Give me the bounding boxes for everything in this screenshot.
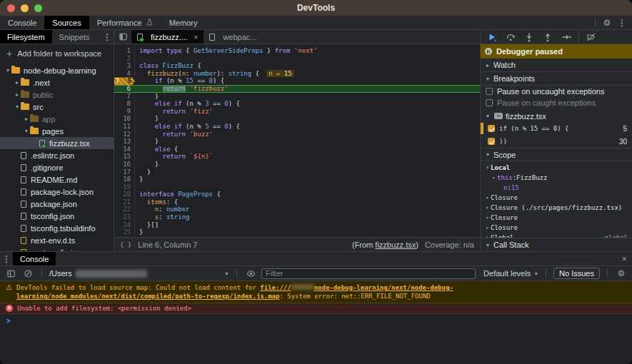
line-number[interactable]: 18 xyxy=(114,176,135,183)
tab-sources[interactable]: Sources xyxy=(44,16,89,29)
file-tree-item[interactable]: next-env.d.ts xyxy=(0,234,114,246)
zoom-window-button[interactable] xyxy=(34,4,42,12)
hide-navigator-icon[interactable] xyxy=(114,30,131,44)
tab-console[interactable]: Console xyxy=(0,16,44,29)
scope-row[interactable]: ▸Closure xyxy=(481,213,632,223)
file-tree-item[interactable]: ▾pages xyxy=(0,125,114,137)
source-map-link[interactable]: file:/// xyxy=(260,284,291,291)
file-tree-item[interactable]: fizzbuzz.tsx xyxy=(0,137,114,149)
code-editor[interactable]: 1import type { GetServerSideProps } from… xyxy=(114,44,480,237)
scope-row[interactable]: ▸Closure (./src/pages/fizzbuzz.tsx) xyxy=(481,203,632,213)
scope-row[interactable]: ▸Closure xyxy=(481,193,632,203)
scope-section-header[interactable]: ▾ Scope xyxy=(481,148,632,161)
breakpoint-checkbox[interactable] xyxy=(488,138,495,145)
scope-row[interactable]: ▾Local xyxy=(481,163,632,173)
tab-filesystem[interactable]: Filesystem xyxy=(0,30,52,44)
tab-console-drawer[interactable]: Console xyxy=(13,252,56,266)
line-number[interactable]: 17 xyxy=(114,168,135,176)
tab-performance[interactable]: Performance xyxy=(89,16,161,29)
line-number[interactable]: 10 xyxy=(114,115,135,123)
file-tree-item[interactable]: ▾src xyxy=(0,101,114,113)
filter-input[interactable] xyxy=(261,268,476,279)
file-tree-item[interactable]: next.config.js xyxy=(0,246,114,251)
source-file-link[interactable]: fizzbuzz.tsx xyxy=(375,241,416,249)
scope-row[interactable]: n: 15 xyxy=(481,183,632,193)
issues-counter-button[interactable]: No Issues xyxy=(553,268,600,279)
breakpoint-entry[interactable]: if (n % 15 == 0) {5 xyxy=(481,122,632,135)
step-into-icon[interactable] xyxy=(520,31,538,44)
line-number[interactable]: 7 xyxy=(114,93,135,101)
line-number[interactable]: 6 xyxy=(114,85,135,93)
line-number[interactable]: 2 xyxy=(114,55,135,63)
pause-uncaught-checkbox[interactable] xyxy=(486,88,493,95)
line-number[interactable]: 14 xyxy=(114,146,135,153)
line-number[interactable]: 4 xyxy=(114,70,135,78)
file-tree-item[interactable]: .gitignore xyxy=(0,161,114,173)
source-map-link[interactable]: compiled/path-to-regexp/index.js.map xyxy=(140,293,279,300)
clear-console-icon[interactable] xyxy=(21,268,34,279)
log-levels-dropdown[interactable]: Default levels ▼ xyxy=(483,269,538,278)
tab-memory[interactable]: Memory xyxy=(161,16,206,29)
step-icon[interactable] xyxy=(557,31,576,44)
deactivate-breakpoints-icon[interactable] xyxy=(582,31,601,44)
line-number[interactable]: 13 xyxy=(114,138,135,146)
scope-row[interactable]: ▸Closure xyxy=(481,223,632,233)
watch-section-header[interactable]: ▸ Watch xyxy=(481,59,632,72)
create-live-expression-eye-icon[interactable] xyxy=(244,268,257,279)
line-number[interactable]: 22 xyxy=(114,206,135,213)
line-number[interactable]: 15 xyxy=(114,153,135,161)
editor-tab[interactable]: webpac... xyxy=(204,30,262,44)
line-number[interactable]: 16 xyxy=(114,161,135,168)
console-prompt[interactable]: > xyxy=(0,314,632,328)
breakpoints-section-header[interactable]: ▾ Breakpoints xyxy=(481,72,632,86)
drawer-more-icon[interactable]: ⋮ xyxy=(0,253,13,265)
file-tree-item[interactable]: .eslintrc.json xyxy=(0,149,114,161)
pretty-print-icon[interactable]: { } xyxy=(120,241,131,248)
line-number[interactable]: 24 xyxy=(114,221,135,229)
more-options-icon[interactable]: ⋮ xyxy=(616,17,628,29)
step-over-icon[interactable] xyxy=(501,31,520,44)
step-out-icon[interactable] xyxy=(538,31,557,44)
file-tree-item[interactable]: tsconfig.tsbuildinfo xyxy=(0,222,114,234)
breakpoint-entry[interactable]: ))30 xyxy=(481,135,632,148)
close-drawer-icon[interactable]: × xyxy=(621,253,632,264)
console-sidebar-icon[interactable] xyxy=(4,268,17,279)
call-stack-section-header[interactable]: ▾ Call Stack xyxy=(481,238,632,251)
file-tree-item[interactable]: README.md xyxy=(0,173,114,186)
breakpoint-checkbox[interactable] xyxy=(488,125,495,132)
file-tree-item[interactable]: ▾node-debug-learning xyxy=(0,64,114,76)
line-number[interactable]: 20 xyxy=(114,191,135,198)
file-tree-item[interactable]: ▸public xyxy=(0,89,114,101)
line-number[interactable]: 1 xyxy=(114,47,135,55)
scope-row[interactable]: ▸this: FizzBuzz xyxy=(481,173,632,183)
add-folder-button[interactable]: + Add folder to workspace xyxy=(0,44,114,63)
javascript-context-selector[interactable]: /Users ▼ xyxy=(49,269,229,278)
sidebar-more-icon[interactable]: ⋮ xyxy=(101,31,114,43)
file-tree-item[interactable]: ▸.next xyxy=(0,76,114,89)
file-tree-item[interactable]: ▸app xyxy=(0,113,114,125)
breakpoint-file-group[interactable]: ▾ ‹› fizzbuzz.tsx xyxy=(481,110,632,122)
editor-tab[interactable]: fizzbuzz....× xyxy=(131,30,204,44)
line-number[interactable]: 3 xyxy=(114,62,135,70)
scope-row[interactable]: ▸Globalglobal xyxy=(481,233,632,238)
line-number[interactable]: 19 xyxy=(114,183,135,191)
line-number[interactable]: 8 xyxy=(114,100,135,108)
pause-uncaught-exceptions-row[interactable]: Pause on uncaught exceptions xyxy=(481,86,632,97)
line-number[interactable]: 12 xyxy=(114,131,135,138)
close-window-button[interactable] xyxy=(7,4,15,12)
minimize-window-button[interactable] xyxy=(21,4,29,12)
line-number[interactable]: 25 xyxy=(114,228,135,236)
line-number[interactable]: 21 xyxy=(114,198,135,206)
line-number[interactable]: 9 xyxy=(114,108,135,116)
resume-icon[interactable] xyxy=(483,31,501,44)
console-settings-gear-icon[interactable]: ⚙ xyxy=(615,268,628,279)
file-tree-item[interactable]: package-lock.json xyxy=(0,186,114,198)
line-number[interactable]: 23 xyxy=(114,213,135,221)
close-tab-icon[interactable]: × xyxy=(194,33,198,41)
line-number[interactable]: 11 xyxy=(114,123,135,131)
pause-caught-exceptions-row[interactable]: Pause on caught exceptions xyxy=(481,97,632,108)
breakpoint-marker[interactable]: 5 xyxy=(114,77,135,85)
tab-snippets[interactable]: Snippets xyxy=(52,30,97,44)
settings-gear-icon[interactable]: ⚙ xyxy=(601,17,613,29)
file-tree-item[interactable]: package.json xyxy=(0,198,114,210)
